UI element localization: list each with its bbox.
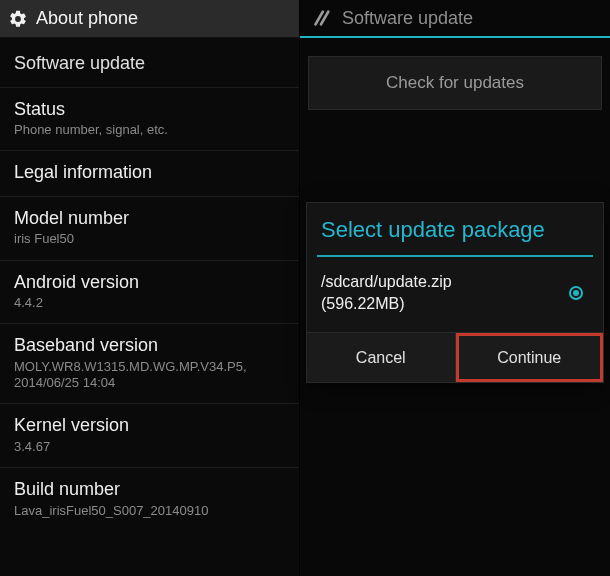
row-baseband-version[interactable]: Baseband version MOLY.WR8.W1315.MD.WG.MP… — [0, 324, 299, 404]
row-sub: iris Fuel50 — [14, 231, 285, 247]
row-legal-information[interactable]: Legal information — [0, 151, 299, 197]
about-phone-list: Software update Status Phone number, sig… — [0, 38, 299, 576]
package-path: /sdcard/update.zip — [321, 271, 452, 293]
row-sub: 4.4.2 — [14, 295, 285, 311]
dialog-body[interactable]: /sdcard/update.zip (596.22MB) — [307, 261, 603, 332]
row-label: Android version — [14, 271, 285, 294]
row-label: Build number — [14, 478, 285, 501]
check-for-updates-label: Check for updates — [386, 73, 524, 93]
row-build-number[interactable]: Build number Lava_irisFuel50_S007_201409… — [0, 468, 299, 531]
row-label: Software update — [14, 52, 285, 75]
dialog-title: Select update package — [307, 203, 603, 255]
row-kernel-version[interactable]: Kernel version 3.4.67 — [0, 404, 299, 468]
package-size: (596.22MB) — [321, 293, 452, 315]
row-software-update[interactable]: Software update — [0, 42, 299, 88]
continue-label: Continue — [497, 349, 561, 367]
cancel-button[interactable]: Cancel — [307, 333, 456, 382]
select-update-package-dialog: Select update package /sdcard/update.zip… — [306, 202, 604, 383]
dialog-button-row: Cancel Continue — [307, 332, 603, 382]
row-status[interactable]: Status Phone number, signal, etc. — [0, 88, 299, 152]
edit-icon — [310, 7, 332, 29]
row-android-version[interactable]: Android version 4.4.2 — [0, 261, 299, 325]
check-for-updates-button[interactable]: Check for updates — [308, 56, 602, 110]
gear-icon — [8, 9, 28, 29]
dialog-divider — [317, 255, 593, 257]
about-phone-panel: About phone Software update Status Phone… — [0, 0, 300, 576]
row-label: Status — [14, 98, 285, 121]
row-sub: 3.4.67 — [14, 439, 285, 455]
row-sub: Phone number, signal, etc. — [14, 122, 285, 138]
cancel-label: Cancel — [356, 349, 406, 367]
package-radio-selected[interactable] — [569, 286, 583, 300]
row-model-number[interactable]: Model number iris Fuel50 — [0, 197, 299, 261]
row-label: Kernel version — [14, 414, 285, 437]
about-phone-header: About phone — [0, 0, 299, 38]
package-info: /sdcard/update.zip (596.22MB) — [321, 271, 452, 314]
about-phone-title: About phone — [36, 8, 138, 29]
continue-button[interactable]: Continue — [456, 333, 604, 382]
row-label: Legal information — [14, 161, 285, 184]
software-update-title: Software update — [342, 8, 473, 29]
row-label: Baseband version — [14, 334, 285, 357]
row-sub: MOLY.WR8.W1315.MD.WG.MP.V34.P5, 2014/06/… — [14, 359, 285, 392]
software-update-header: Software update — [300, 0, 610, 38]
software-update-panel: Software update Check for updates Select… — [300, 0, 610, 576]
row-label: Model number — [14, 207, 285, 230]
row-sub: Lava_irisFuel50_S007_20140910 — [14, 503, 285, 519]
